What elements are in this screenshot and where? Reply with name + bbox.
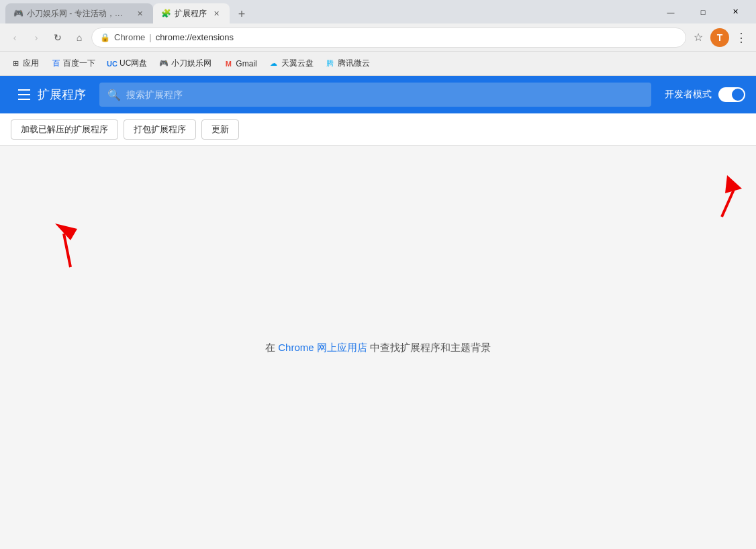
uc-favicon: UC (107, 59, 117, 68)
bookmark-gmail[interactable]: M Gmail (218, 56, 262, 71)
bookmark-tianyiyun[interactable]: ☁ 天翼云盘 (264, 55, 319, 72)
address-bar[interactable]: 🔒 Chrome | chrome://extensions (91, 28, 686, 48)
tab-favicon-xiaodao: 🎮 (13, 9, 23, 18)
maximize-button[interactable]: □ (688, 2, 718, 22)
reload-button[interactable]: ↻ (48, 28, 67, 47)
lock-icon: 🔒 (100, 33, 110, 42)
window-controls: — □ ✕ (655, 2, 751, 22)
tab-close-extensions[interactable]: ✕ (211, 8, 222, 19)
dev-toolbar: 加载已解压的扩展程序 打包扩展程序 更新 (0, 113, 756, 146)
minimize-button[interactable]: — (655, 2, 686, 22)
update-button[interactable]: 更新 (201, 119, 239, 140)
nav-right: ☆ T ⋮ (689, 28, 751, 47)
nav-bar: ‹ › ↻ ⌂ 🔒 Chrome | chrome://extensions ☆… (0, 23, 756, 52)
bookmarks-bar: ⊞ 应用 百 百度一下 UC UC网盘 🎮 小刀娱乐网 M Gmail ☁ 天翼… (0, 52, 756, 76)
gmail-favicon: M (224, 59, 233, 68)
search-input[interactable] (126, 89, 643, 100)
bookmark-xiaodao[interactable]: 🎮 小刀娱乐网 (154, 55, 217, 72)
bookmark-button[interactable]: ☆ (689, 28, 708, 47)
gmail-label: Gmail (236, 59, 256, 68)
dev-mode-toggle[interactable] (718, 87, 745, 102)
address-separator: | (149, 32, 151, 42)
address-path: chrome://extensions (156, 32, 234, 42)
chrome-store-link[interactable]: Chrome 网上应用店 (278, 342, 367, 353)
xiaodao-favicon: 🎮 (159, 59, 169, 68)
back-button[interactable]: ‹ (5, 28, 24, 47)
tencentyun-favicon: 腾 (326, 59, 335, 68)
toggle-knob (732, 89, 744, 101)
bookmark-uc[interactable]: UC UC网盘 (102, 55, 152, 72)
xiaodao-label: 小刀娱乐网 (171, 58, 211, 69)
empty-prefix: 在 (265, 342, 275, 353)
bookmark-tencentyun[interactable]: 腾 腾讯微云 (320, 55, 375, 72)
baidu-label: 百度一下 (63, 58, 95, 69)
bookmark-baidu[interactable]: 百 百度一下 (46, 55, 101, 72)
extensions-header: 扩展程序 🔍 开发者模式 (0, 76, 756, 113)
search-icon: 🔍 (107, 89, 121, 101)
hamburger-line-1 (18, 89, 30, 91)
home-button[interactable]: ⌂ (70, 28, 89, 47)
forward-button[interactable]: › (27, 28, 46, 47)
bookmark-apps[interactable]: ⊞ 应用 (5, 55, 44, 72)
apps-favicon: ⊞ (11, 59, 20, 68)
search-bar[interactable]: 🔍 (99, 83, 651, 107)
address-scheme: Chrome (114, 32, 145, 42)
extensions-title: 扩展程序 (38, 87, 86, 103)
uc-label: UC网盘 (120, 58, 147, 69)
hamburger-menu[interactable] (11, 81, 38, 108)
title-bar: 🎮 小刀娱乐网 - 专注活动，软件，… ✕ 🧩 扩展程序 ✕ + — □ ✕ (0, 0, 756, 23)
baidu-favicon: 百 (51, 59, 60, 68)
tab-xiaodao[interactable]: 🎮 小刀娱乐网 - 专注活动，软件，… ✕ (5, 3, 153, 23)
hamburger-line-3 (18, 99, 30, 100)
close-button[interactable]: ✕ (720, 2, 751, 22)
dev-mode-label: 开发者模式 (665, 89, 712, 101)
tab-extensions[interactable]: 🧩 扩展程序 ✕ (153, 3, 230, 23)
tab-title-extensions: 扩展程序 (175, 8, 207, 19)
tianyiyun-label: 天翼云盘 (281, 58, 314, 69)
hamburger-line-2 (18, 94, 30, 95)
tianyiyun-favicon: ☁ (269, 59, 279, 68)
tencentyun-label: 腾讯微云 (338, 58, 370, 69)
tab-favicon-extensions: 🧩 (161, 9, 171, 18)
tab-bar: 🎮 小刀娱乐网 - 专注活动，软件，… ✕ 🧩 扩展程序 ✕ + (5, 0, 655, 23)
chrome-menu-button[interactable]: ⋮ (732, 28, 751, 47)
extensions-content: 在 Chrome 网上应用店 中查找扩展程序和主题背景 (0, 146, 756, 549)
pack-extension-button[interactable]: 打包扩展程序 (124, 119, 196, 140)
new-tab-button[interactable]: + (232, 5, 251, 23)
tab-close-xiaodao[interactable]: ✕ (134, 8, 145, 19)
load-unpacked-button[interactable]: 加载已解压的扩展程序 (11, 119, 118, 140)
tab-title-xiaodao: 小刀娱乐网 - 专注活动，软件，… (27, 8, 130, 19)
avatar[interactable]: T (710, 28, 729, 47)
apps-label: 应用 (23, 58, 39, 69)
empty-state-message: 在 Chrome 网上应用店 中查找扩展程序和主题背景 (265, 340, 491, 356)
main-body: 扩展程序 🔍 开发者模式 加载已解压的扩展程序 打包扩展程序 更新 在 Chro… (0, 76, 756, 549)
empty-suffix: 中查找扩展程序和主题背景 (370, 342, 491, 353)
